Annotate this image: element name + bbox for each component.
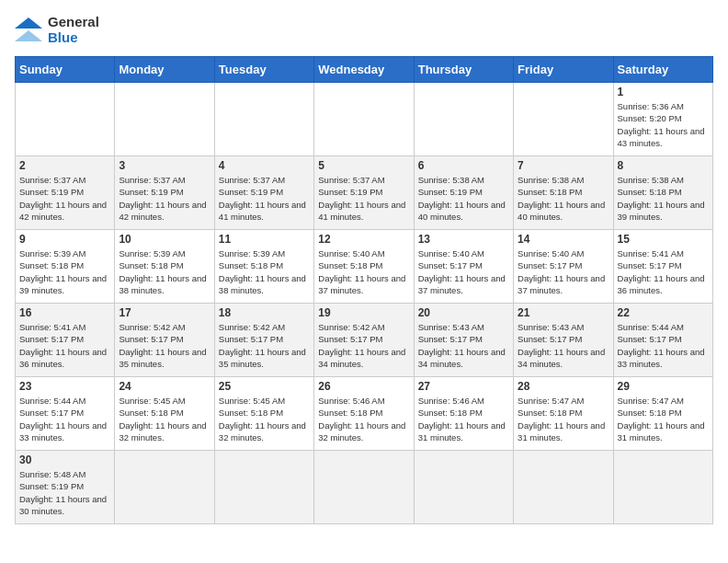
day-number: 12 xyxy=(318,233,409,246)
calendar-cell: 28Sunrise: 5:47 AM Sunset: 5:18 PM Dayli… xyxy=(514,377,613,451)
day-info: Sunrise: 5:47 AM Sunset: 5:18 PM Dayligh… xyxy=(518,395,609,443)
day-info: Sunrise: 5:38 AM Sunset: 5:18 PM Dayligh… xyxy=(518,174,609,223)
day-info: Sunrise: 5:44 AM Sunset: 5:17 PM Dayligh… xyxy=(618,321,709,370)
day-info: Sunrise: 5:45 AM Sunset: 5:18 PM Dayligh… xyxy=(219,395,310,443)
day-info: Sunrise: 5:43 AM Sunset: 5:17 PM Dayligh… xyxy=(418,321,509,370)
day-info: Sunrise: 5:38 AM Sunset: 5:19 PM Dayligh… xyxy=(418,174,509,223)
day-info: Sunrise: 5:38 AM Sunset: 5:18 PM Dayligh… xyxy=(618,174,709,223)
calendar-cell: 25Sunrise: 5:45 AM Sunset: 5:18 PM Dayli… xyxy=(214,377,313,451)
calendar-cell xyxy=(314,451,414,524)
weekday-header-sunday: Sunday xyxy=(16,57,115,83)
day-number: 15 xyxy=(618,233,709,246)
day-number: 22 xyxy=(618,306,709,319)
calendar-week-row: 23Sunrise: 5:44 AM Sunset: 5:17 PM Dayli… xyxy=(16,377,713,451)
day-info: Sunrise: 5:45 AM Sunset: 5:18 PM Dayligh… xyxy=(119,395,210,443)
logo-blue-text: Blue xyxy=(48,30,99,46)
calendar-cell: 6Sunrise: 5:38 AM Sunset: 5:19 PM Daylig… xyxy=(414,156,513,230)
day-info: Sunrise: 5:37 AM Sunset: 5:19 PM Dayligh… xyxy=(318,174,409,223)
logo-block: General Blue xyxy=(15,15,99,45)
day-info: Sunrise: 5:42 AM Sunset: 5:17 PM Dayligh… xyxy=(119,321,210,370)
calendar-cell: 24Sunrise: 5:45 AM Sunset: 5:18 PM Dayli… xyxy=(115,377,214,451)
calendar-cell: 11Sunrise: 5:39 AM Sunset: 5:18 PM Dayli… xyxy=(214,230,313,304)
day-number: 14 xyxy=(518,233,609,246)
day-number: 7 xyxy=(518,159,609,172)
day-info: Sunrise: 5:39 AM Sunset: 5:18 PM Dayligh… xyxy=(19,247,110,296)
calendar-header-row: SundayMondayTuesdayWednesdayThursdayFrid… xyxy=(16,57,713,83)
day-number: 26 xyxy=(318,380,409,393)
calendar-table: SundayMondayTuesdayWednesdayThursdayFrid… xyxy=(15,56,713,524)
calendar-cell: 19Sunrise: 5:42 AM Sunset: 5:17 PM Dayli… xyxy=(314,304,414,377)
weekday-header-monday: Monday xyxy=(115,57,214,83)
calendar-week-row: 16Sunrise: 5:41 AM Sunset: 5:17 PM Dayli… xyxy=(16,304,713,377)
svg-marker-0 xyxy=(15,17,42,29)
calendar-cell: 1Sunrise: 5:36 AM Sunset: 5:20 PM Daylig… xyxy=(613,83,712,156)
day-info: Sunrise: 5:37 AM Sunset: 5:19 PM Dayligh… xyxy=(119,174,210,223)
logo-general-text: General xyxy=(48,15,99,30)
day-number: 25 xyxy=(219,380,310,393)
weekday-header-friday: Friday xyxy=(514,57,613,83)
calendar-cell: 14Sunrise: 5:40 AM Sunset: 5:17 PM Dayli… xyxy=(514,230,613,304)
calendar-cell: 17Sunrise: 5:42 AM Sunset: 5:17 PM Dayli… xyxy=(115,304,214,377)
day-info: Sunrise: 5:36 AM Sunset: 5:20 PM Dayligh… xyxy=(618,100,709,149)
day-number: 29 xyxy=(618,380,709,393)
calendar-cell: 13Sunrise: 5:40 AM Sunset: 5:17 PM Dayli… xyxy=(414,230,513,304)
day-number: 11 xyxy=(219,233,310,246)
day-number: 27 xyxy=(418,380,509,393)
day-info: Sunrise: 5:48 AM Sunset: 5:19 PM Dayligh… xyxy=(19,468,110,517)
day-info: Sunrise: 5:43 AM Sunset: 5:17 PM Dayligh… xyxy=(518,321,609,370)
day-info: Sunrise: 5:40 AM Sunset: 5:17 PM Dayligh… xyxy=(418,247,509,296)
calendar-cell: 12Sunrise: 5:40 AM Sunset: 5:18 PM Dayli… xyxy=(314,230,414,304)
day-number: 10 xyxy=(119,233,210,246)
day-number: 23 xyxy=(19,380,110,393)
day-number: 3 xyxy=(119,159,210,172)
calendar-week-row: 30Sunrise: 5:48 AM Sunset: 5:19 PM Dayli… xyxy=(16,451,713,524)
calendar-cell xyxy=(214,451,313,524)
weekday-header-tuesday: Tuesday xyxy=(214,57,313,83)
day-info: Sunrise: 5:41 AM Sunset: 5:17 PM Dayligh… xyxy=(618,247,709,296)
calendar-cell: 10Sunrise: 5:39 AM Sunset: 5:18 PM Dayli… xyxy=(115,230,214,304)
calendar-cell: 16Sunrise: 5:41 AM Sunset: 5:17 PM Dayli… xyxy=(16,304,115,377)
calendar-cell: 26Sunrise: 5:46 AM Sunset: 5:18 PM Dayli… xyxy=(314,377,414,451)
calendar-cell: 21Sunrise: 5:43 AM Sunset: 5:17 PM Dayli… xyxy=(514,304,613,377)
calendar-cell: 30Sunrise: 5:48 AM Sunset: 5:19 PM Dayli… xyxy=(16,451,115,524)
day-number: 13 xyxy=(418,233,509,246)
day-info: Sunrise: 5:40 AM Sunset: 5:18 PM Dayligh… xyxy=(318,247,409,296)
day-number: 30 xyxy=(19,454,110,466)
svg-marker-1 xyxy=(15,30,42,41)
day-info: Sunrise: 5:42 AM Sunset: 5:17 PM Dayligh… xyxy=(318,321,409,370)
day-info: Sunrise: 5:37 AM Sunset: 5:19 PM Dayligh… xyxy=(219,174,310,223)
calendar-cell: 23Sunrise: 5:44 AM Sunset: 5:17 PM Dayli… xyxy=(16,377,115,451)
calendar-cell xyxy=(514,83,613,156)
day-number: 4 xyxy=(219,159,310,172)
calendar-cell xyxy=(16,83,115,156)
day-number: 24 xyxy=(119,380,210,393)
calendar-week-row: 2Sunrise: 5:37 AM Sunset: 5:19 PM Daylig… xyxy=(16,156,713,230)
calendar-cell xyxy=(613,451,712,524)
day-info: Sunrise: 5:40 AM Sunset: 5:17 PM Dayligh… xyxy=(518,247,609,296)
day-info: Sunrise: 5:42 AM Sunset: 5:17 PM Dayligh… xyxy=(219,321,310,370)
weekday-header-saturday: Saturday xyxy=(613,57,712,83)
calendar-cell xyxy=(414,83,513,156)
day-number: 17 xyxy=(119,306,210,319)
day-info: Sunrise: 5:46 AM Sunset: 5:18 PM Dayligh… xyxy=(318,395,409,443)
day-number: 20 xyxy=(418,306,509,319)
day-number: 18 xyxy=(219,306,310,319)
day-number: 6 xyxy=(418,159,509,172)
calendar-cell: 15Sunrise: 5:41 AM Sunset: 5:17 PM Dayli… xyxy=(613,230,712,304)
calendar-cell: 5Sunrise: 5:37 AM Sunset: 5:19 PM Daylig… xyxy=(314,156,414,230)
day-info: Sunrise: 5:41 AM Sunset: 5:17 PM Dayligh… xyxy=(19,321,110,370)
calendar-cell: 27Sunrise: 5:46 AM Sunset: 5:18 PM Dayli… xyxy=(414,377,513,451)
general-blue-triangle-icon xyxy=(15,17,42,43)
calendar-cell: 4Sunrise: 5:37 AM Sunset: 5:19 PM Daylig… xyxy=(214,156,313,230)
calendar-week-row: 9Sunrise: 5:39 AM Sunset: 5:18 PM Daylig… xyxy=(16,230,713,304)
calendar-cell xyxy=(414,451,513,524)
day-info: Sunrise: 5:37 AM Sunset: 5:19 PM Dayligh… xyxy=(19,174,110,223)
day-info: Sunrise: 5:39 AM Sunset: 5:18 PM Dayligh… xyxy=(119,247,210,296)
day-number: 9 xyxy=(19,233,110,246)
day-number: 1 xyxy=(618,86,709,98)
day-info: Sunrise: 5:44 AM Sunset: 5:17 PM Dayligh… xyxy=(19,395,110,443)
day-number: 8 xyxy=(618,159,709,172)
calendar-cell: 2Sunrise: 5:37 AM Sunset: 5:19 PM Daylig… xyxy=(16,156,115,230)
day-info: Sunrise: 5:47 AM Sunset: 5:18 PM Dayligh… xyxy=(618,395,709,443)
day-info: Sunrise: 5:46 AM Sunset: 5:18 PM Dayligh… xyxy=(418,395,509,443)
